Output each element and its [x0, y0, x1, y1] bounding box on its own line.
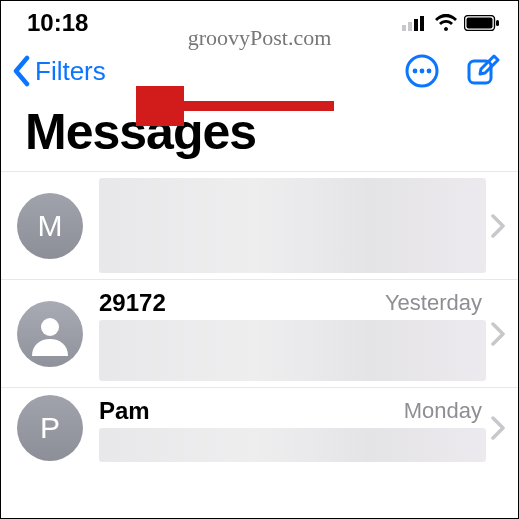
svg-rect-2	[414, 19, 418, 31]
avatar	[17, 301, 83, 367]
timestamp: Monday	[404, 398, 482, 424]
message-preview-blurred	[99, 428, 486, 462]
chevron-right-icon	[486, 322, 510, 346]
back-label: Filters	[35, 56, 106, 87]
compose-icon	[466, 54, 500, 88]
svg-rect-3	[420, 16, 424, 31]
status-icons	[402, 14, 500, 32]
cellular-icon	[402, 15, 428, 31]
avatar: M	[17, 193, 83, 259]
svg-rect-6	[496, 20, 499, 26]
ellipsis-circle-icon	[404, 53, 440, 89]
person-icon	[28, 312, 72, 356]
chevron-left-icon	[11, 55, 33, 87]
conversation-row[interactable]: 29172 Yesterday	[1, 280, 518, 388]
avatar: P	[17, 395, 83, 461]
svg-point-9	[420, 69, 425, 74]
message-preview-blurred	[99, 178, 486, 273]
conversation-row[interactable]: M	[1, 172, 518, 280]
svg-point-8	[413, 69, 418, 74]
status-time: 10:18	[27, 9, 88, 37]
svg-rect-5	[467, 18, 493, 29]
avatar-letter: P	[40, 411, 60, 445]
conversation-list: M 29172 Yesterday P	[1, 171, 518, 468]
conversation-row[interactable]: P Pam Monday	[1, 388, 518, 468]
sender-name: Pam	[99, 397, 150, 425]
compose-button[interactable]	[466, 54, 500, 88]
chevron-right-icon	[486, 214, 510, 238]
message-preview-blurred	[99, 320, 486, 381]
wifi-icon	[434, 14, 458, 32]
svg-point-10	[427, 69, 432, 74]
page-title: Messages	[1, 97, 518, 171]
battery-icon	[464, 15, 500, 31]
more-button[interactable]	[404, 53, 440, 89]
nav-bar: Filters	[1, 39, 518, 97]
svg-rect-1	[408, 22, 412, 31]
status-bar: 10:18	[1, 1, 518, 39]
timestamp: Yesterday	[385, 290, 482, 316]
chevron-right-icon	[486, 416, 510, 440]
back-button[interactable]: Filters	[11, 55, 106, 87]
svg-point-13	[41, 318, 59, 336]
sender-name: 29172	[99, 289, 166, 317]
avatar-letter: M	[38, 209, 63, 243]
svg-rect-0	[402, 25, 406, 31]
